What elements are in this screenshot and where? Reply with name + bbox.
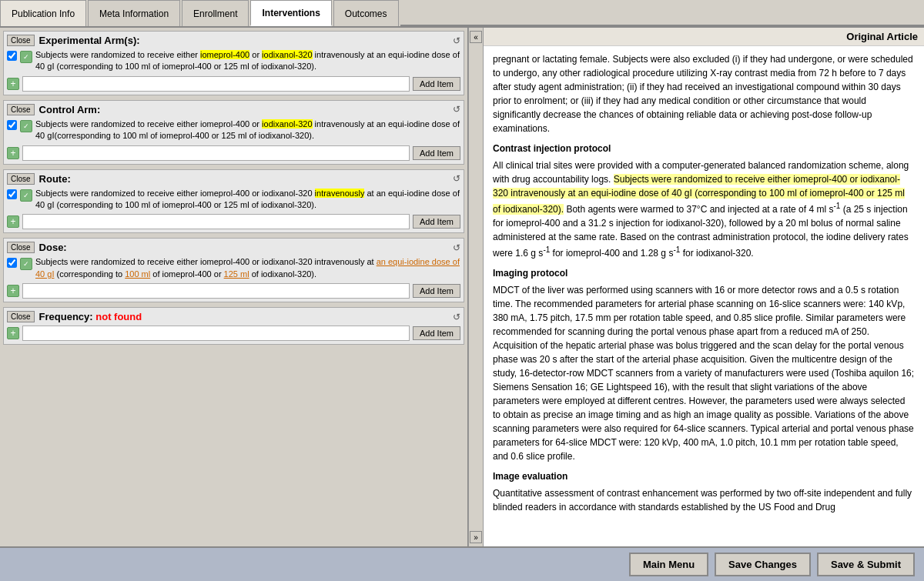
experimental-arm-add-icon[interactable]: + [7, 78, 19, 90]
experimental-arm-text-input[interactable] [22, 76, 410, 92]
control-arm-text-input[interactable] [22, 145, 410, 161]
close-experimental-arm-btn[interactable]: Close [7, 35, 35, 46]
frequency-title: Frequency: not found [39, 311, 453, 322]
control-arm-item: ✓ Subjects were randomized to receive ei… [7, 119, 460, 142]
close-control-arm-btn[interactable]: Close [7, 104, 35, 115]
section-route: Close Route: ↺ ✓ Subjects were randomize… [3, 169, 464, 234]
control-arm-text: Subjects were randomized to receive eith… [35, 119, 460, 142]
reset-route-btn[interactable]: ↺ [453, 173, 460, 184]
frequency-add-btn[interactable]: Add Item [413, 326, 460, 340]
route-checkbox[interactable] [7, 189, 17, 199]
article-para-2: All clinical trial sites were provided w… [493, 159, 915, 260]
dose-icon: ✓ [20, 258, 32, 270]
article-para-1: pregnant or lactating female. Subjects w… [493, 52, 915, 135]
article-para-4: Quantitative assessment of contrast enha… [493, 486, 915, 514]
route-text: Subjects were randomized to receive eith… [35, 188, 460, 212]
reset-experimental-arm-btn[interactable]: ↺ [453, 35, 460, 46]
close-frequency-btn[interactable]: Close [7, 311, 35, 322]
route-add-row: + Add Item [7, 214, 460, 229]
save-changes-btn[interactable]: Save Changes [715, 553, 811, 576]
close-dose-btn[interactable]: Close [7, 242, 35, 253]
route-text-input[interactable] [22, 214, 410, 229]
dose-item: ✓ Subjects were randomized to receive ei… [7, 256, 460, 280]
left-panel-scroll[interactable]: Close Experimental Arm(s): ↺ ✓ Subjects … [0, 28, 467, 546]
main-menu-btn[interactable]: Main Menu [629, 553, 708, 576]
frequency-text-input[interactable] [22, 326, 410, 341]
tab-outcomes[interactable]: Outcomes [333, 0, 399, 26]
dose-add-icon[interactable]: + [7, 285, 19, 297]
route-item: ✓ Subjects were randomized to receive ei… [7, 188, 460, 212]
control-arm-checkbox[interactable] [7, 120, 17, 130]
section-experimental-arm: Close Experimental Arm(s): ↺ ✓ Subjects … [3, 31, 464, 95]
tab-meta-information[interactable]: Meta Information [88, 0, 180, 26]
dose-title: Dose: [39, 242, 453, 253]
tab-enrollment[interactable]: Enrollment [182, 0, 249, 26]
dose-add-btn[interactable]: Add Item [413, 284, 460, 298]
reset-control-arm-btn[interactable]: ↺ [453, 104, 460, 115]
route-icon: ✓ [20, 189, 32, 202]
experimental-arm-add-row: + Add Item [7, 76, 460, 92]
section-dose: Close Dose: ↺ ✓ Subjects were randomized… [3, 238, 464, 302]
experimental-arm-icon: ✓ [20, 51, 32, 63]
splitter-right-btn[interactable]: » [470, 531, 482, 543]
reset-frequency-btn[interactable]: ↺ [453, 312, 460, 322]
article-heading-image-eval: Image evaluation [493, 469, 915, 483]
reset-dose-btn[interactable]: ↺ [453, 242, 460, 253]
tab-bar: Publication Info Meta Information Enroll… [0, 0, 924, 28]
dose-text-input[interactable] [22, 283, 410, 299]
bottom-toolbar: Main Menu Save Changes Save & Submit [0, 546, 924, 581]
original-article-title: Original Article [846, 31, 918, 42]
experimental-arm-title: Experimental Arm(s): [39, 35, 453, 46]
splitter-left-btn[interactable]: « [470, 31, 482, 43]
experimental-arm-add-btn[interactable]: Add Item [413, 77, 460, 91]
close-route-btn[interactable]: Close [7, 173, 35, 185]
article-para-3: MDCT of the liver was performed using sc… [493, 283, 915, 463]
route-add-icon[interactable]: + [7, 215, 19, 228]
tab-publication-info[interactable]: Publication Info [0, 0, 86, 26]
control-arm-add-btn[interactable]: Add Item [413, 146, 460, 160]
experimental-arm-checkbox[interactable] [7, 51, 17, 61]
section-control-arm: Close Control Arm: ↺ ✓ Subjects were ran… [3, 100, 464, 165]
right-panel-content[interactable]: pregnant or lactating female. Subjects w… [484, 46, 924, 546]
dose-add-row: + Add Item [7, 283, 460, 299]
experimental-arm-item: ✓ Subjects were randomized to receive ei… [7, 49, 460, 73]
control-arm-add-row: + Add Item [7, 145, 460, 161]
dose-text: Subjects were randomized to receive eith… [35, 256, 460, 280]
section-frequency: Close Frequency: not found ↺ + Add Item [3, 307, 464, 345]
route-title: Route: [39, 173, 453, 185]
experimental-arm-text: Subjects were randomized to receive eith… [35, 49, 460, 73]
route-add-btn[interactable]: Add Item [413, 215, 460, 229]
article-heading-contrast: Contrast injection protocol [493, 142, 915, 155]
frequency-not-found: not found [95, 311, 142, 322]
frequency-add-row: + Add Item [7, 326, 460, 341]
control-arm-title: Control Arm: [39, 104, 453, 115]
right-panel-header: Original Article [484, 28, 924, 46]
article-heading-imaging: Imaging protocol [493, 266, 915, 280]
panel-splitter: « » [468, 28, 484, 546]
control-arm-add-icon[interactable]: + [7, 147, 19, 159]
right-panel: Original Article pregnant or lactating f… [484, 28, 924, 546]
dose-checkbox[interactable] [7, 258, 17, 268]
tab-interventions[interactable]: Interventions [250, 0, 331, 26]
frequency-add-icon[interactable]: + [7, 327, 19, 339]
control-arm-icon: ✓ [20, 120, 32, 132]
save-submit-btn[interactable]: Save & Submit [817, 553, 915, 576]
